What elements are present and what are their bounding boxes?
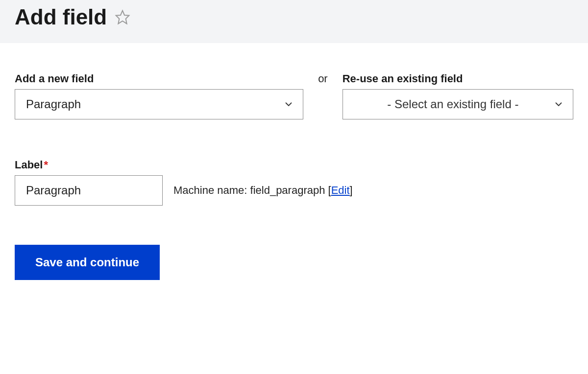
new-field-label: Add a new field [15, 72, 303, 85]
existing-field-placeholder: - Select an existing field - [387, 97, 518, 111]
new-field-select[interactable]: Paragraph [15, 89, 303, 119]
page-title: Add field [15, 5, 107, 29]
machine-name-display: Machine name: field_paragraph [Edit] [173, 184, 353, 197]
button-row: Save and continue [15, 245, 573, 280]
label-text: Label [15, 159, 43, 171]
new-field-group: Add a new field Paragraph [15, 72, 303, 119]
label-field-label: Label* [15, 159, 573, 171]
existing-field-select[interactable]: - Select an existing field - [343, 89, 573, 119]
label-input[interactable] [15, 175, 163, 206]
chevron-down-icon [553, 99, 564, 110]
content-area: Add a new field Paragraph or Re-use an e… [0, 43, 588, 295]
or-separator: or [318, 72, 328, 85]
machine-name-edit-link[interactable]: Edit [331, 184, 350, 196]
machine-name-value: field_paragraph [250, 184, 325, 196]
page-header: Add field [0, 0, 588, 43]
field-selection-row: Add a new field Paragraph or Re-use an e… [15, 72, 573, 119]
svg-marker-0 [116, 11, 129, 24]
existing-field-label: Re-use an existing field [343, 72, 573, 85]
existing-field-group: Re-use an existing field - Select an exi… [343, 72, 573, 119]
star-icon[interactable] [115, 9, 130, 25]
machine-name-prefix: Machine name: [173, 184, 250, 196]
required-indicator: * [44, 159, 48, 171]
label-section: Label* Machine name: field_paragraph [Ed… [15, 159, 573, 206]
save-and-continue-button[interactable]: Save and continue [15, 245, 160, 280]
label-input-row: Machine name: field_paragraph [Edit] [15, 175, 573, 206]
new-field-selected-value: Paragraph [26, 97, 81, 111]
chevron-down-icon [283, 99, 294, 110]
header-title-row: Add field [15, 5, 573, 29]
